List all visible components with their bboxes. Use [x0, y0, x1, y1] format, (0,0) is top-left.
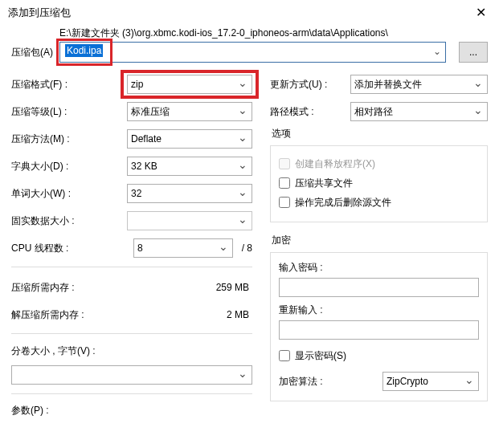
password2-label: 重新输入 : [279, 303, 479, 317]
split-select[interactable] [11, 365, 252, 385]
chevron-down-icon[interactable]: ⌄ [433, 46, 441, 57]
archive-path: E:\新建文件夹 (3)\org.xbmc.kodi-ios_17.2-0_ip… [11, 26, 488, 42]
update-select[interactable]: 添加并替换文件 [350, 75, 488, 94]
level-label: 压缩等级(L) : [11, 105, 101, 119]
encryption-group: 输入密码 : 重新输入 : 显示密码(S) 加密算法 : ZipCrypto [270, 252, 488, 401]
method-select[interactable]: Deflate [127, 129, 252, 149]
solid-select[interactable] [127, 211, 252, 230]
update-label: 更新方式(U) : [270, 78, 350, 92]
share-checkbox[interactable] [279, 177, 290, 189]
archive-name-input[interactable]: Kodi.ipa [59, 42, 446, 63]
params-label: 参数(P) : [11, 404, 101, 417]
enc-alg-label: 加密算法 : [279, 375, 323, 389]
cpu-select[interactable]: 8 [133, 238, 233, 258]
sfx-checkbox [279, 158, 290, 169]
password-label: 输入密码 : [279, 261, 479, 275]
show-password-checkbox[interactable] [279, 350, 290, 361]
options-group: 创建自释放程序(X) 压缩共享文件 操作完成后删除源文件 [270, 145, 488, 222]
show-password-label: 显示密码(S) [295, 349, 346, 363]
dict-label: 字典大小(D) : [11, 160, 101, 173]
level-select[interactable]: 标准压缩 [127, 102, 252, 121]
password2-input[interactable] [279, 320, 479, 340]
dict-select[interactable]: 32 KB [127, 157, 252, 176]
divider [11, 267, 252, 267]
browse-button[interactable]: ... [459, 42, 488, 63]
word-label: 单词大小(W) : [11, 187, 101, 201]
pathmode-select[interactable]: 相对路径 [350, 102, 488, 121]
pathmode-label: 路径模式 : [270, 105, 350, 119]
format-label: 压缩格式(F) : [11, 78, 101, 92]
options-title: 选项 [272, 127, 488, 141]
archive-name-selection: Kodi.ipa [65, 44, 103, 57]
share-label: 压缩共享文件 [295, 177, 353, 190]
window-title: 添加到压缩包 [8, 6, 71, 20]
mem-decomp-value: 2 MB [132, 309, 252, 320]
close-icon[interactable]: ✕ [471, 5, 491, 20]
password-input[interactable] [279, 278, 479, 297]
archive-label: 压缩包(A) [11, 46, 55, 59]
divider [11, 333, 252, 334]
encryption-title: 加密 [272, 234, 488, 247]
delete-checkbox[interactable] [279, 197, 290, 208]
delete-label: 操作完成后删除源文件 [295, 196, 391, 210]
enc-alg-select[interactable]: ZipCrypto [382, 372, 479, 391]
mem-decomp-label: 解压缩所需内存 : [11, 308, 132, 322]
cpu-total: / 8 [233, 242, 252, 254]
mem-comp-value: 259 MB [132, 282, 252, 293]
split-label: 分卷大小 , 字节(V) : [11, 344, 96, 358]
method-label: 压缩方法(M) : [11, 132, 101, 146]
sfx-label: 创建自释放程序(X) [295, 157, 375, 171]
mem-comp-label: 压缩所需内存 : [11, 281, 132, 295]
cpu-label: CPU 线程数 : [11, 242, 101, 255]
word-select[interactable]: 32 [127, 184, 252, 203]
format-select[interactable]: zip [127, 75, 252, 94]
divider [11, 393, 252, 394]
solid-label: 固实数据大小 : [11, 214, 101, 228]
